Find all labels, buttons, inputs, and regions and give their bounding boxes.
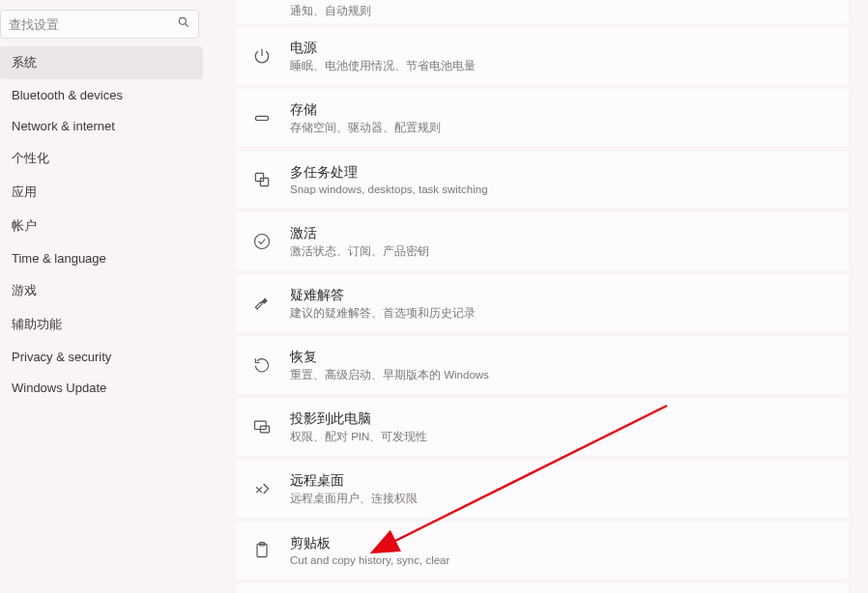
setting-row-clipboard[interactable]: 剪贴板 Cut and copy history, sync, clear — [236, 522, 849, 579]
nav-accounts[interactable]: 帐户 — [0, 210, 203, 242]
setting-title: 远程桌面 — [290, 472, 418, 490]
nav-label: Network & internet — [12, 119, 115, 133]
wrench-icon — [251, 293, 273, 314]
clipboard-icon — [251, 540, 273, 561]
setting-row-troubleshoot[interactable]: 疑难解答 建议的疑难解答、首选项和历史记录 — [236, 274, 849, 332]
nav-label: 帐户 — [12, 218, 37, 233]
setting-desc: 存储空间、驱动器、配置规则 — [290, 121, 441, 135]
setting-title: 恢复 — [290, 349, 489, 366]
setting-row-storage[interactable]: 存储 存储空间、驱动器、配置规则 — [236, 89, 849, 147]
setting-title: 存储 — [290, 101, 441, 119]
setting-row-recovery[interactable]: 恢复 重置、高级启动、早期版本的 Windows — [236, 336, 849, 394]
setting-row-multitask[interactable]: 多任务处理 Snap windows, desktops, task switc… — [236, 151, 849, 209]
setting-title: 剪贴板 — [290, 535, 449, 552]
power-icon — [251, 45, 273, 67]
setting-desc: Cut and copy history, sync, clear — [290, 554, 449, 566]
nav-system[interactable]: 系统 — [0, 46, 203, 79]
nav-label: 辅助功能 — [12, 317, 62, 331]
nav-apps[interactable]: 应用 — [0, 176, 203, 209]
nav-privacy[interactable]: Privacy & security — [0, 342, 203, 372]
svg-point-0 — [179, 17, 186, 24]
setting-title: 电源 — [290, 40, 476, 57]
setting-desc: Snap windows, desktops, task switching — [290, 184, 488, 195]
setting-desc: 权限、配对 PIN、可发现性 — [290, 430, 427, 444]
nav-label: Privacy & security — [12, 350, 111, 364]
check-icon — [251, 231, 273, 252]
nav-label: Time & language — [12, 251, 106, 266]
setting-title: 多任务处理 — [290, 164, 488, 182]
nav-label: Windows Update — [12, 381, 106, 395]
setting-title: 激活 — [290, 225, 429, 242]
search-input[interactable] — [9, 17, 177, 32]
nav-bluetooth[interactable]: Bluetooth & devices — [0, 80, 203, 110]
setting-desc: 建议的疑难解答、首选项和历史记录 — [290, 306, 476, 321]
setting-row-focus[interactable]: 通知、自动规则 — [236, 0, 849, 23]
remote-icon — [251, 478, 273, 499]
setting-row-remote[interactable]: 远程桌面 远程桌面用户、连接权限 — [236, 460, 849, 518]
nav-time[interactable]: Time & language — [0, 243, 203, 273]
setting-desc: 远程桌面用户、连接权限 — [290, 492, 418, 506]
svg-rect-4 — [260, 178, 268, 185]
svg-rect-3 — [255, 173, 263, 181]
nav-label: 应用 — [12, 184, 37, 199]
setting-row-project[interactable]: 投影到此电脑 权限、配对 PIN、可发现性 — [236, 398, 849, 456]
sidebar: 系统 Bluetooth & devices Network & interne… — [0, 0, 207, 593]
svg-rect-2 — [255, 116, 268, 120]
project-icon — [251, 416, 273, 438]
nav-update[interactable]: Windows Update — [0, 373, 203, 403]
storage-icon — [251, 107, 273, 128]
nav-label: 个性化 — [12, 151, 49, 165]
setting-row-activation[interactable]: 激活 激活状态、订阅、产品密钥 — [236, 212, 849, 270]
nav-gaming[interactable]: 游戏 — [0, 274, 203, 307]
setting-desc: 激活状态、订阅、产品密钥 — [290, 244, 429, 259]
nav-label: 游戏 — [12, 283, 37, 297]
setting-desc: 通知、自动规则 — [290, 4, 371, 18]
setting-desc: 重置、高级启动、早期版本的 Windows — [290, 368, 489, 382]
nav-network[interactable]: Network & internet — [0, 111, 203, 141]
setting-title: 投影到此电脑 — [290, 410, 427, 428]
main-content: 通知、自动规则 电源 睡眠、电池使用情况、节省电池电量 存储 存储空间、驱动器、… — [207, 0, 868, 593]
svg-line-1 — [186, 24, 188, 27]
bell-icon — [251, 0, 273, 21]
setting-row-about[interactable]: 关于 设备规格、重命名电脑、Windows 规格 — [236, 583, 849, 593]
search-box[interactable] — [0, 10, 199, 39]
search-icon — [177, 15, 190, 33]
nav-personalization[interactable]: 个性化 — [0, 142, 203, 175]
nav-label: 系统 — [12, 55, 37, 70]
recovery-icon — [251, 354, 273, 376]
multitask-icon — [251, 169, 273, 190]
setting-desc: 睡眠、电池使用情况、节省电池电量 — [290, 59, 476, 73]
setting-title: 疑难解答 — [290, 287, 476, 304]
nav-accessibility[interactable]: 辅助功能 — [0, 308, 203, 341]
svg-point-5 — [255, 235, 270, 249]
setting-row-power[interactable]: 电源 睡眠、电池使用情况、节省电池电量 — [236, 27, 849, 85]
nav-label: Bluetooth & devices — [12, 88, 123, 102]
